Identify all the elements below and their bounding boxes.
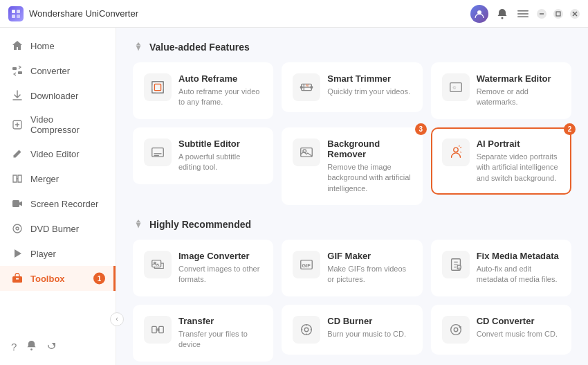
feature-card-cd-converter[interactable]: CD Converter Convert music from CD. (431, 305, 571, 355)
svg-point-47 (302, 324, 312, 335)
feature-card-watermark-editor[interactable]: © Watermark Editor Remove or add waterma… (431, 62, 571, 119)
card-wrapper-smart-trimmer: AI Smart Trimmer Quickly trim your video… (282, 62, 422, 119)
trimmer-icon: AI (293, 73, 320, 101)
close-button[interactable] (570, 9, 580, 19)
refresh-icon[interactable] (46, 340, 57, 353)
card-wrapper-fix-media-metadata: Fix Media Metadata Auto-fix and edit met… (431, 240, 571, 296)
minimize-button[interactable] (537, 9, 546, 19)
feature-card-image-converter[interactable]: Image Converter Convert images to other … (133, 240, 273, 296)
card-wrapper-watermark-editor: © Watermark Editor Remove or add waterma… (431, 62, 571, 119)
subtitle-editor-desc: A powerful subtitle editing tool. (178, 152, 262, 173)
ai-portrait-badge: 2 (564, 123, 576, 135)
svg-rect-36 (301, 148, 313, 157)
sidebar-label-downloader: Downloader (30, 91, 78, 101)
cd-burner-title: CD Burner (327, 316, 406, 326)
svg-point-48 (305, 328, 309, 332)
feature-card-auto-reframe[interactable]: Auto Reframe Auto reframe your video to … (133, 62, 273, 119)
gif-maker-text: GIF Maker Make GIFs from videos or pictu… (327, 251, 411, 285)
sidebar-item-dvd-burner[interactable]: DVD Burner (0, 216, 116, 241)
help-icon[interactable]: ? (11, 341, 17, 353)
section-title-highly-recommended: Highly Recommended (133, 219, 571, 230)
image-converter-desc: Convert images to other formats. (178, 264, 262, 285)
svg-rect-23 (152, 82, 164, 94)
svg-rect-8 (517, 16, 529, 17)
user-avatar[interactable] (470, 5, 488, 23)
sidebar-item-downloader[interactable]: Downloader (0, 83, 116, 108)
card-wrapper-ai-portrait: 2 AI Portrait Separate video portraits w… (431, 127, 571, 205)
auto-reframe-text: Auto Reframe Auto reframe your video to … (178, 73, 262, 108)
sidebar-label-screen-recorder: Screen Recorder (30, 199, 98, 209)
menu-icon[interactable] (516, 7, 530, 21)
subtitle-editor-title: Subtitle Editor (178, 139, 262, 149)
main-content: Value-added Features Auto Reframe Aut (116, 28, 588, 365)
cd-convert-icon (442, 316, 470, 344)
feature-card-transfer[interactable]: Transfer Transfer your files to device (133, 305, 273, 362)
metadata-icon (442, 251, 470, 278)
app-title: Wondershare UniConverter (29, 8, 470, 19)
svg-rect-16 (12, 200, 19, 207)
sidebar-label-dvd-burner: DVD Burner (30, 224, 79, 234)
feature-grid-value-added: Auto Reframe Auto reframe your video to … (133, 62, 571, 205)
subtitle-editor-text: Subtitle Editor A powerful subtitle edit… (178, 139, 262, 173)
feature-card-gif-maker[interactable]: GIF GIF Maker Make GIFs from videos or p… (282, 240, 422, 296)
sidebar-item-merger[interactable]: Merger (0, 166, 116, 191)
ai-portrait-icon (442, 139, 470, 166)
subtitle-icon (144, 139, 172, 166)
sidebar-collapse-button[interactable]: ‹ (110, 312, 124, 326)
svg-rect-10 (556, 12, 560, 16)
maximize-button[interactable] (553, 9, 563, 19)
svg-rect-13 (12, 67, 17, 70)
card-wrapper-subtitle-editor: Subtitle Editor A powerful subtitle edit… (133, 127, 273, 205)
sidebar-bottom: ? (0, 333, 116, 359)
svg-rect-46 (159, 326, 163, 332)
sidebar-item-toolbox[interactable]: Toolbox 1 (0, 266, 116, 291)
transfer-icon (144, 316, 172, 344)
image-converter-title: Image Converter (178, 251, 262, 261)
smart-trimmer-title: Smart Trimmer (327, 73, 410, 84)
sidebar-item-home[interactable]: Home (0, 33, 116, 58)
toolbox-icon (11, 272, 24, 285)
section-label-value-added: Value-added Features (149, 42, 250, 53)
sidebar-item-video-editor[interactable]: Video Editor (0, 141, 116, 166)
reframe-icon (144, 73, 172, 101)
home-icon (11, 39, 24, 52)
sidebar-item-screen-recorder[interactable]: Screen Recorder (0, 191, 116, 216)
svg-rect-14 (18, 71, 22, 74)
feature-card-smart-trimmer[interactable]: AI Smart Trimmer Quickly trim your video… (282, 62, 422, 112)
svg-rect-39 (152, 260, 161, 267)
record-icon (11, 197, 24, 210)
sidebar-label-converter: Converter (30, 66, 70, 76)
sidebar-item-converter[interactable]: Converter (0, 58, 116, 83)
sidebar-item-player[interactable]: Player (0, 241, 116, 266)
card-wrapper-transfer: Transfer Transfer your files to device (133, 305, 273, 362)
watermark-icon: © (442, 73, 470, 101)
smart-trimmer-desc: Quickly trim your videos. (327, 87, 410, 97)
sidebar-item-video-compressor[interactable]: Video Compressor (0, 108, 116, 141)
feature-card-ai-portrait[interactable]: AI Portrait Separate video portraits wit… (431, 127, 571, 195)
notification-icon[interactable] (495, 7, 509, 21)
dvd-icon (11, 222, 24, 235)
sidebar-label-video-editor: Video Editor (30, 149, 80, 159)
card-wrapper-gif-maker: GIF GIF Maker Make GIFs from videos or p… (282, 240, 422, 296)
fix-media-metadata-text: Fix Media Metadata Auto-fix and edit met… (477, 251, 560, 285)
transfer-text: Transfer Transfer your files to device (178, 316, 262, 350)
smart-trimmer-text: Smart Trimmer Quickly trim your videos. (327, 73, 410, 97)
feature-card-background-remover[interactable]: Background Remover Remove the image back… (282, 127, 422, 205)
feature-card-cd-burner[interactable]: CD Burner Burn your music to CD. (282, 305, 422, 355)
card-wrapper-auto-reframe: Auto Reframe Auto reframe your video to … (133, 62, 273, 119)
svg-point-5 (502, 17, 504, 19)
sidebar-label-toolbox: Toolbox (30, 274, 65, 284)
section-title-value-added: Value-added Features (133, 42, 571, 53)
svg-rect-24 (154, 84, 160, 90)
section-label-highly-recommended: Highly Recommended (149, 219, 251, 230)
titlebar-controls (470, 5, 580, 23)
sidebar: Home Converter Downloader Video Compress… (0, 28, 116, 365)
sidebar-label-player: Player (30, 249, 56, 259)
feature-card-fix-media-metadata[interactable]: Fix Media Metadata Auto-fix and edit met… (431, 240, 571, 296)
feature-card-subtitle-editor[interactable]: Subtitle Editor A powerful subtitle edit… (133, 127, 273, 184)
bg-remover-icon (293, 139, 320, 166)
svg-point-17 (13, 224, 21, 233)
bell-icon[interactable] (26, 340, 37, 353)
sidebar-label-video-compressor: Video Compressor (30, 114, 104, 135)
svg-rect-0 (12, 10, 15, 13)
